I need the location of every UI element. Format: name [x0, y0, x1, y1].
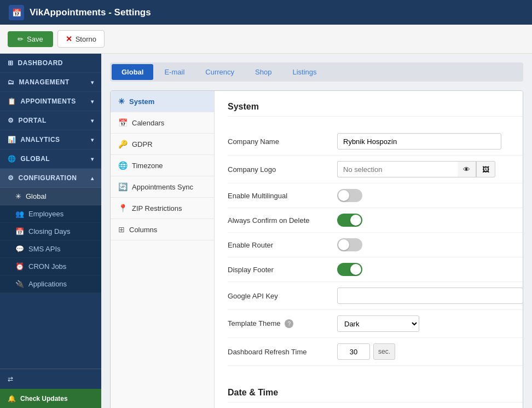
refresh-unit-label: sec.	[373, 343, 395, 360]
calendars-nav-icon: 📅	[118, 118, 128, 127]
template-theme-help-icon[interactable]: ?	[285, 319, 293, 328]
tab-email[interactable]: E-mail	[154, 64, 194, 80]
google-api-key-row: Google API Key	[228, 282, 523, 310]
company-logo-label: Company Logo	[228, 165, 337, 174]
company-logo-row: Company Logo 👁 🖼	[228, 156, 523, 183]
dashboard-refresh-label: Dashboard Refresh Time	[228, 348, 337, 356]
columns-nav-icon: ⊞	[118, 225, 125, 234]
system-nav-icon: ✳	[118, 97, 125, 106]
analytics-icon: 📊	[8, 136, 16, 143]
google-api-key-input[interactable]	[337, 288, 523, 304]
storno-icon: ✕	[66, 35, 72, 43]
sidebar-sub-item-sms-apis[interactable]: 💬 SMS APIs	[0, 240, 101, 258]
left-nav-zip-restrictions[interactable]: 📍 ZIP Restrictions	[111, 198, 214, 219]
logo-input[interactable]	[337, 161, 458, 177]
sidebar-item-management[interactable]: 🗂 MANAGEMENT ▾	[0, 73, 101, 92]
sidebar-arrows-item[interactable]: ⇄	[0, 369, 101, 389]
tab-shop[interactable]: Shop	[245, 64, 281, 80]
left-nav-gdpr[interactable]: 🔑 GDPR	[111, 134, 214, 155]
sub-applications-icon: 🔌	[15, 280, 24, 288]
template-theme-control: Dark Light Custom	[337, 315, 523, 332]
left-nav-calendars[interactable]: 📅 Calendars	[111, 112, 214, 134]
left-nav-columns[interactable]: ⊞ Columns	[111, 219, 214, 240]
sidebar-sub-item-cron-jobs[interactable]: ⏰ CRON Jobs	[0, 258, 101, 275]
enable-multilingual-row: Enable Multilingual	[228, 183, 523, 208]
check-updates-icon: 🔔	[8, 395, 16, 403]
left-nav-appointments-sync[interactable]: 🔄 Appointments Sync	[111, 176, 214, 198]
company-logo-control: 👁 🖼	[337, 161, 523, 177]
date-time-section: Date & Time	[228, 379, 523, 403]
system-section-title: System	[228, 102, 523, 117]
google-api-key-control	[337, 288, 523, 304]
sidebar-item-dashboard[interactable]: ⊞ DASHBOARD	[0, 54, 101, 73]
app-title: VikAppointments - Settings	[30, 7, 151, 18]
portal-arrow: ▾	[91, 118, 94, 124]
left-nav-timezone[interactable]: 🌐 Timezone	[111, 155, 214, 176]
company-name-input[interactable]	[337, 133, 501, 150]
company-name-row: Company Name	[228, 128, 523, 156]
sidebar-item-portal[interactable]: ⚙ PORTAL ▾	[0, 111, 101, 130]
logo-eye-button[interactable]: 👁	[458, 161, 476, 177]
dashboard-refresh-control: sec.	[337, 343, 523, 360]
configuration-arrow: ▴	[91, 175, 94, 181]
check-updates-item[interactable]: 🔔 Check Updates	[0, 389, 101, 408]
date-time-section-title: Date & Time	[228, 388, 523, 403]
enable-router-row: Enable Router	[228, 233, 523, 257]
always-confirm-row: Always Confirm on Delete	[228, 208, 523, 233]
right-panel: System Company Name Company Logo	[215, 91, 523, 408]
main-content: Global E-mail Currency Shop Listings ✳ S…	[101, 54, 532, 408]
sub-employees-icon: 👥	[15, 210, 24, 218]
arrows-icon: ⇄	[8, 375, 13, 383]
google-api-key-label: Google API Key	[228, 292, 337, 300]
sidebar-item-analytics[interactable]: 📊 ANALYTICS ▾	[0, 130, 101, 150]
timezone-nav-icon: 🌐	[118, 161, 128, 170]
template-theme-select[interactable]: Dark Light Custom	[337, 315, 419, 332]
sub-global-icon: ✳	[15, 192, 21, 200]
refresh-group: sec.	[337, 343, 395, 360]
eye-icon: 👁	[463, 165, 470, 174]
display-footer-control	[337, 263, 523, 276]
tab-currency[interactable]: Currency	[195, 64, 244, 80]
save-button[interactable]: ✏ Save	[8, 31, 53, 47]
enable-multilingual-label: Enable Multilingual	[228, 192, 337, 200]
always-confirm-label: Always Confirm on Delete	[228, 216, 337, 225]
main-layout: ⊞ DASHBOARD 🗂 MANAGEMENT ▾ 📋 APPOINTMENT…	[0, 54, 532, 408]
management-icon: 🗂	[8, 78, 15, 86]
sidebar-sub-item-closing-days[interactable]: 📅 Closing Days	[0, 223, 101, 240]
enable-router-toggle[interactable]	[337, 238, 362, 251]
storno-button[interactable]: ✕ Storno	[57, 30, 105, 48]
app-icon: 📅	[9, 5, 24, 20]
analytics-arrow: ▾	[91, 137, 94, 143]
left-nav: ✳ System 📅 Calendars 🔑 GDPR 🌐 Timezone 🔄	[111, 91, 215, 408]
logo-image-button[interactable]: 🖼	[476, 161, 495, 177]
sidebar-sub-item-employees[interactable]: 👥 Employees	[0, 205, 101, 223]
enable-multilingual-toggle[interactable]	[337, 189, 362, 202]
zip-nav-icon: 📍	[118, 204, 128, 212]
management-arrow: ▾	[91, 79, 94, 85]
enable-router-control	[337, 238, 523, 251]
dashboard-refresh-input[interactable]	[337, 343, 370, 360]
logo-input-group: 👁 🖼	[337, 161, 495, 177]
always-confirm-toggle[interactable]	[337, 214, 362, 227]
content-area: ✳ System 📅 Calendars 🔑 GDPR 🌐 Timezone 🔄	[110, 90, 523, 408]
sidebar-item-global[interactable]: 🌐 GLOBAL ▾	[0, 150, 101, 169]
sidebar-item-appointments[interactable]: 📋 APPOINTMENTS ▾	[0, 92, 101, 111]
always-confirm-control	[337, 214, 523, 227]
sidebar-sub-item-global[interactable]: ✳ Global	[0, 188, 101, 205]
sidebar-item-configuration[interactable]: ⚙ CONFIGURATION ▴	[0, 169, 101, 188]
left-nav-system[interactable]: ✳ System	[111, 91, 214, 112]
tab-bar: Global E-mail Currency Shop Listings	[110, 62, 523, 82]
save-icon: ✏	[18, 35, 24, 43]
display-footer-toggle[interactable]	[337, 263, 362, 276]
sidebar-sub-item-applications[interactable]: 🔌 Applications	[0, 275, 101, 293]
enable-router-label: Enable Router	[228, 241, 337, 249]
sub-closing-days-icon: 📅	[15, 227, 24, 235]
display-footer-label: Display Footer	[228, 266, 337, 274]
dashboard-icon: ⊞	[8, 59, 14, 67]
tab-listings[interactable]: Listings	[282, 64, 326, 80]
configuration-icon: ⚙	[8, 174, 14, 182]
display-footer-row: Display Footer	[228, 257, 523, 282]
global-icon: 🌐	[8, 155, 16, 163]
tab-global[interactable]: Global	[112, 64, 153, 80]
appointments-arrow: ▾	[91, 99, 94, 105]
